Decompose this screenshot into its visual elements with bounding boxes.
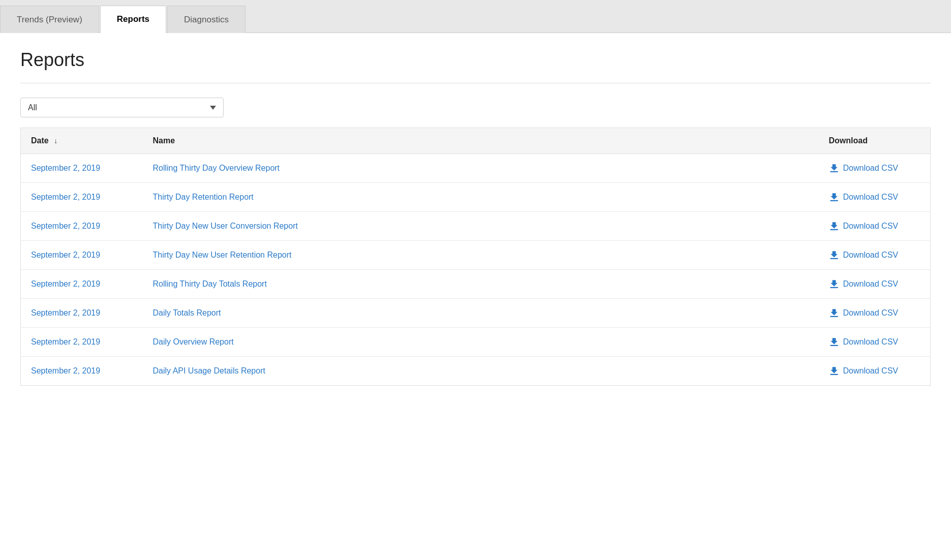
name-link-6[interactable]: Daily Overview Report: [153, 337, 234, 346]
svg-rect-7: [830, 374, 838, 375]
page-title: Reports: [20, 49, 931, 71]
cell-download-1[interactable]: Download CSV: [819, 183, 931, 212]
name-link-5[interactable]: Daily Totals Report: [153, 308, 221, 317]
cell-download-2[interactable]: Download CSV: [819, 212, 931, 241]
date-link-7[interactable]: September 2, 2019: [31, 366, 100, 375]
col-header-name: Name: [143, 128, 819, 154]
tab-diagnostics[interactable]: Diagnostics: [167, 6, 246, 33]
col-download-label: Download: [829, 136, 868, 145]
table-row: September 2, 2019Thirty Day Retention Re…: [21, 183, 931, 212]
tab-trends[interactable]: Trends (Preview): [0, 6, 99, 33]
date-link-6[interactable]: September 2, 2019: [31, 337, 100, 346]
download-link-5[interactable]: Download CSV: [829, 308, 921, 318]
date-link-4[interactable]: September 2, 2019: [31, 279, 100, 288]
download-link-4[interactable]: Download CSV: [829, 279, 921, 289]
svg-rect-1: [830, 200, 838, 201]
date-link-5[interactable]: September 2, 2019: [31, 308, 100, 317]
table-row: September 2, 2019Rolling Thirty Day Over…: [21, 154, 931, 183]
name-link-3[interactable]: Thirty Day New User Retention Report: [153, 251, 292, 259]
name-link-0[interactable]: Rolling Thirty Day Overview Report: [153, 164, 280, 172]
tab-reports[interactable]: Reports: [100, 6, 166, 33]
download-label-4: Download CSV: [843, 279, 899, 289]
svg-rect-4: [830, 287, 838, 288]
tab-trends-label: Trends (Preview): [17, 15, 82, 25]
download-label-0: Download CSV: [843, 164, 899, 173]
date-link-1[interactable]: September 2, 2019: [31, 193, 100, 201]
download-icon-3: [829, 250, 839, 260]
download-label-2: Download CSV: [843, 222, 899, 231]
table-row: September 2, 2019Rolling Thirty Day Tota…: [21, 270, 931, 299]
cell-download-3[interactable]: Download CSV: [819, 241, 931, 270]
cell-download-7[interactable]: Download CSV: [819, 357, 931, 386]
download-icon-2: [829, 221, 839, 231]
download-link-3[interactable]: Download CSV: [829, 250, 921, 260]
reports-table: Date ↓ Name Download September 2, 2019Ro…: [20, 128, 931, 386]
tab-bar: Trends (Preview) Reports Diagnostics: [0, 0, 951, 33]
col-name-label: Name: [153, 136, 175, 145]
table-row: September 2, 2019Daily API Usage Details…: [21, 357, 931, 386]
svg-rect-3: [830, 258, 838, 259]
cell-date-3[interactable]: September 2, 2019: [21, 241, 143, 270]
cell-download-6[interactable]: Download CSV: [819, 328, 931, 357]
col-header-download: Download: [819, 128, 931, 154]
cell-date-0[interactable]: September 2, 2019: [21, 154, 143, 183]
download-link-7[interactable]: Download CSV: [829, 366, 921, 376]
cell-name-6[interactable]: Daily Overview Report: [143, 328, 819, 357]
download-label-3: Download CSV: [843, 251, 899, 260]
download-link-2[interactable]: Download CSV: [829, 221, 921, 231]
table-header-row: Date ↓ Name Download: [21, 128, 931, 154]
col-date-label: Date: [31, 136, 49, 145]
download-link-6[interactable]: Download CSV: [829, 337, 921, 347]
cell-name-2[interactable]: Thirty Day New User Conversion Report: [143, 212, 819, 241]
download-label-5: Download CSV: [843, 308, 899, 318]
sort-desc-icon: ↓: [54, 137, 57, 145]
download-link-0[interactable]: Download CSV: [829, 163, 921, 173]
filter-select[interactable]: All Daily Rolling Thirty Day Thirty Day: [20, 98, 224, 117]
download-label-7: Download CSV: [843, 366, 899, 376]
cell-name-5[interactable]: Daily Totals Report: [143, 299, 819, 328]
table-row: September 2, 2019Thirty Day New User Con…: [21, 212, 931, 241]
table-row: September 2, 2019Daily Overview Report D…: [21, 328, 931, 357]
cell-date-7[interactable]: September 2, 2019: [21, 357, 143, 386]
download-label-1: Download CSV: [843, 193, 899, 202]
download-link-1[interactable]: Download CSV: [829, 192, 921, 202]
svg-rect-6: [830, 345, 838, 346]
svg-rect-5: [830, 316, 838, 317]
table-body: September 2, 2019Rolling Thirty Day Over…: [21, 154, 931, 386]
cell-download-0[interactable]: Download CSV: [819, 154, 931, 183]
cell-name-3[interactable]: Thirty Day New User Retention Report: [143, 241, 819, 270]
cell-name-0[interactable]: Rolling Thirty Day Overview Report: [143, 154, 819, 183]
name-link-1[interactable]: Thirty Day Retention Report: [153, 193, 254, 201]
date-link-0[interactable]: September 2, 2019: [31, 164, 100, 172]
name-link-7[interactable]: Daily API Usage Details Report: [153, 366, 265, 375]
name-link-4[interactable]: Rolling Thirty Day Totals Report: [153, 279, 267, 288]
cell-date-5[interactable]: September 2, 2019: [21, 299, 143, 328]
table-header: Date ↓ Name Download: [21, 128, 931, 154]
cell-download-5[interactable]: Download CSV: [819, 299, 931, 328]
divider: [20, 83, 931, 83]
table-row: September 2, 2019Daily Totals Report Dow…: [21, 299, 931, 328]
cell-name-7[interactable]: Daily API Usage Details Report: [143, 357, 819, 386]
cell-date-2[interactable]: September 2, 2019: [21, 212, 143, 241]
download-icon-7: [829, 366, 839, 376]
download-icon-5: [829, 308, 839, 318]
cell-date-1[interactable]: September 2, 2019: [21, 183, 143, 212]
download-icon-4: [829, 279, 839, 289]
svg-rect-0: [830, 171, 838, 172]
tab-reports-label: Reports: [117, 14, 149, 24]
cell-date-6[interactable]: September 2, 2019: [21, 328, 143, 357]
download-icon-6: [829, 337, 839, 347]
page-content: Reports All Daily Rolling Thirty Day Thi…: [0, 33, 951, 402]
cell-name-1[interactable]: Thirty Day Retention Report: [143, 183, 819, 212]
cell-download-4[interactable]: Download CSV: [819, 270, 931, 299]
date-link-3[interactable]: September 2, 2019: [31, 251, 100, 259]
download-icon-0: [829, 163, 839, 173]
svg-rect-2: [830, 229, 838, 230]
tab-diagnostics-label: Diagnostics: [184, 15, 229, 25]
cell-date-4[interactable]: September 2, 2019: [21, 270, 143, 299]
cell-name-4[interactable]: Rolling Thirty Day Totals Report: [143, 270, 819, 299]
name-link-2[interactable]: Thirty Day New User Conversion Report: [153, 222, 298, 230]
table-row: September 2, 2019Thirty Day New User Ret…: [21, 241, 931, 270]
col-header-date[interactable]: Date ↓: [21, 128, 143, 154]
date-link-2[interactable]: September 2, 2019: [31, 222, 100, 230]
